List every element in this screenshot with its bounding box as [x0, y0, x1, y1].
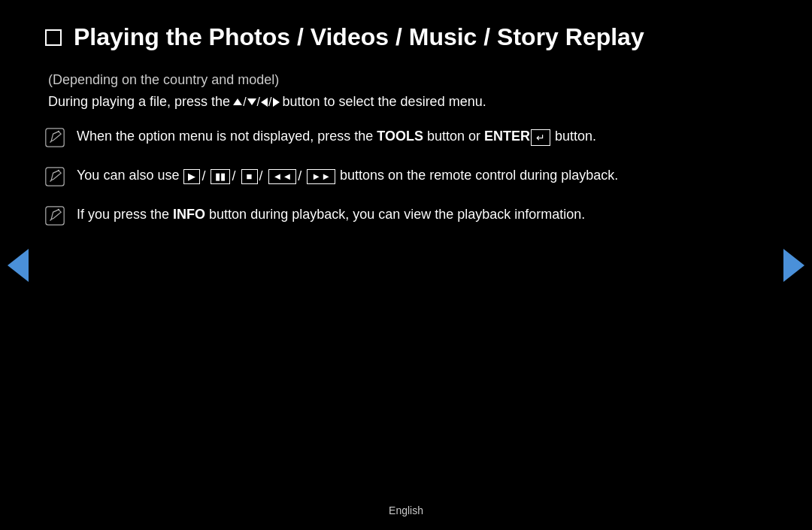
svg-point-1: [58, 131, 59, 132]
title-checkbox: [45, 29, 62, 46]
svg-point-5: [58, 209, 59, 210]
during-line: During playing a file, press the /// but…: [48, 94, 677, 110]
subtitle: (Depending on the country and model): [48, 72, 677, 88]
fastforward-button-icon: ►►: [307, 169, 335, 184]
svg-rect-2: [46, 168, 64, 186]
arrow-down-icon: [247, 98, 256, 105]
note-text-2: You can also use ▶/ ▮▮/ ■/ ◄◄/ ►► button…: [77, 165, 618, 186]
nav-arrow-right[interactable]: [783, 249, 804, 282]
svg-rect-0: [46, 129, 64, 147]
title-row: Playing the Photos / Videos / Music / St…: [45, 23, 677, 51]
rewind-button-icon: ◄◄: [268, 169, 297, 184]
note1-suffix: button.: [551, 129, 596, 144]
note3-bold-info: INFO: [173, 207, 205, 222]
note2-suffix: buttons on the remote control during pla…: [340, 168, 618, 183]
nav-arrow-left[interactable]: [8, 249, 29, 282]
note1-bold-enter: ENTER: [484, 129, 530, 144]
note1-bold-tools: TOOLS: [377, 129, 423, 144]
play-button-icon: ▶: [183, 169, 200, 184]
stop-button-icon: ■: [241, 169, 258, 184]
note-item-1: When the option menu is not displayed, p…: [45, 126, 677, 149]
svg-rect-4: [46, 207, 64, 225]
note-item-3: If you press the INFO button during play…: [45, 204, 677, 227]
main-content: Playing the Photos / Videos / Music / St…: [0, 0, 737, 266]
during-line-prefix: During playing a file, press the: [48, 94, 230, 110]
arrow-right-icon: [273, 98, 280, 107]
arrow-up-icon: [233, 98, 242, 105]
note2-prefix: You can also use: [77, 168, 183, 183]
direction-arrows: ///: [233, 95, 279, 109]
note3-prefix: If you press the: [77, 207, 173, 222]
note-text-1: When the option menu is not displayed, p…: [77, 126, 596, 147]
note1-prefix: When the option menu is not displayed, p…: [77, 129, 377, 144]
during-line-suffix: button to select the desired menu.: [283, 94, 486, 110]
svg-point-3: [58, 170, 59, 171]
note3-suffix: button during playback, you can view the…: [205, 207, 585, 222]
note-icon-1: [45, 128, 66, 149]
note-icon-2: [45, 167, 66, 188]
enter-icon: ↵: [531, 129, 550, 146]
pause-button-icon: ▮▮: [211, 169, 230, 184]
note-text-3: If you press the INFO button during play…: [77, 204, 585, 226]
note-item-2: You can also use ▶/ ▮▮/ ■/ ◄◄/ ►► button…: [45, 165, 677, 188]
note1-middle: button or: [423, 129, 484, 144]
footer-language: English: [389, 504, 423, 516]
arrow-left-icon: [261, 98, 268, 107]
note-icon-3: [45, 206, 66, 227]
page-title: Playing the Photos / Videos / Music / St…: [74, 23, 644, 51]
